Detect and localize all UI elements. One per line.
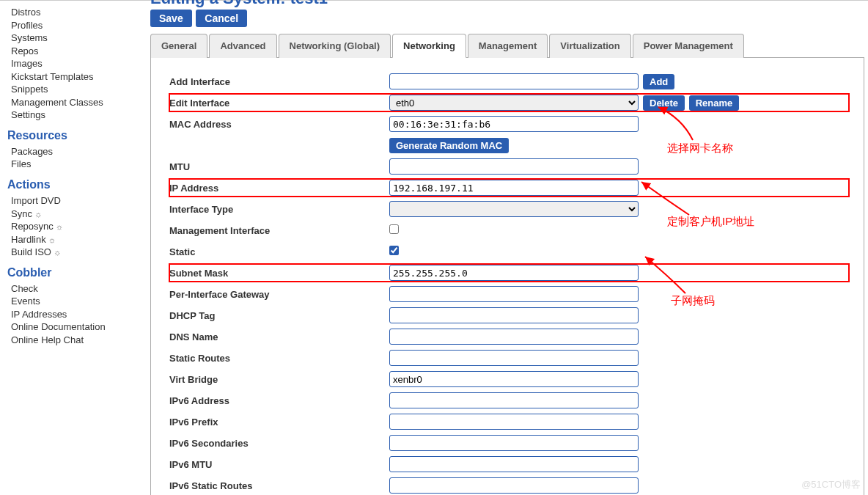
ip-address-row: IP Address bbox=[169, 179, 849, 197]
mtu-label: MTU bbox=[169, 161, 389, 172]
mac-address-input[interactable] bbox=[389, 116, 639, 132]
sidebar-heading-resources: Resources bbox=[7, 129, 147, 142]
sidebar: Distros Profiles Systems Repos Images Ki… bbox=[0, 2, 147, 495]
virt-bridge-input[interactable] bbox=[389, 371, 639, 387]
sidebar-item-import-dvd[interactable]: Import DVD bbox=[11, 194, 147, 208]
ipv6-static-routes-input[interactable] bbox=[389, 477, 639, 494]
sidebar-item-events[interactable]: Events bbox=[11, 295, 147, 308]
form-area: Add Interface Add Edit Interface eth0 De… bbox=[150, 58, 864, 495]
generate-random-mac-button[interactable]: Generate Random MAC bbox=[389, 138, 509, 153]
subnet-mask-label: Subnet Mask bbox=[169, 268, 389, 279]
static-label: Static bbox=[169, 246, 389, 257]
sidebar-config-group: Distros Profiles Systems Repos Images Ki… bbox=[11, 6, 147, 122]
ip-address-input[interactable] bbox=[389, 180, 639, 196]
management-interface-label: Management Interface bbox=[169, 225, 389, 236]
static-routes-label: Static Routes bbox=[169, 353, 389, 364]
main-content: Editing a System: test1 Save Cancel Gene… bbox=[147, 2, 868, 495]
sidebar-item-distros[interactable]: Distros bbox=[11, 6, 147, 19]
add-interface-input[interactable] bbox=[389, 73, 639, 89]
dns-name-label: DNS Name bbox=[169, 331, 389, 342]
edit-interface-label: Edit Interface bbox=[169, 98, 389, 109]
annotation-select-nic: 选择网卡名称 bbox=[667, 142, 733, 155]
sidebar-item-online-help-chat[interactable]: Online Help Chat bbox=[11, 334, 147, 347]
subnet-mask-row: Subnet Mask bbox=[169, 264, 849, 282]
save-button[interactable]: Save bbox=[150, 10, 192, 27]
sidebar-item-ip-addresses[interactable]: IP Addresses bbox=[11, 308, 147, 321]
add-interface-label: Add Interface bbox=[169, 76, 389, 87]
subnet-mask-input[interactable] bbox=[389, 265, 639, 281]
sidebar-item-kickstart-templates[interactable]: Kickstart Templates bbox=[11, 70, 147, 84]
annotation-subnet-mask: 子网掩码 bbox=[671, 294, 715, 308]
virt-bridge-label: Virt Bridge bbox=[169, 374, 389, 385]
sidebar-item-settings[interactable]: Settings bbox=[11, 109, 147, 122]
interface-type-select[interactable] bbox=[389, 201, 639, 217]
static-checkbox[interactable] bbox=[389, 246, 399, 255]
tab-virtualization[interactable]: Virtualization bbox=[549, 34, 630, 58]
ipv6-address-label: IPv6 Address bbox=[169, 395, 389, 406]
ipv6-mtu-label: IPv6 MTU bbox=[169, 459, 389, 470]
ip-address-label: IP Address bbox=[169, 183, 389, 194]
sidebar-item-snippets[interactable]: Snippets bbox=[11, 83, 147, 96]
tab-power-management[interactable]: Power Management bbox=[633, 34, 744, 58]
tab-general[interactable]: General bbox=[150, 34, 207, 58]
sidebar-item-check[interactable]: Check bbox=[11, 282, 147, 296]
delete-button[interactable]: Delete bbox=[643, 95, 685, 111]
sidebar-item-files[interactable]: Files bbox=[11, 158, 147, 171]
sidebar-item-reposync[interactable]: Reposync bbox=[11, 220, 147, 233]
rename-button[interactable]: Rename bbox=[689, 95, 740, 111]
ipv6-address-input[interactable] bbox=[389, 392, 639, 408]
sidebar-heading-cobbler: Cobbler bbox=[7, 266, 147, 279]
sidebar-item-systems[interactable]: Systems bbox=[11, 32, 147, 45]
sidebar-item-sync[interactable]: Sync bbox=[11, 208, 147, 221]
tab-management[interactable]: Management bbox=[468, 34, 548, 58]
interface-type-label: Interface Type bbox=[169, 204, 389, 215]
page-title: Editing a System: test1 bbox=[150, 0, 864, 8]
ipv6-prefix-label: IPv6 Prefix bbox=[169, 417, 389, 428]
tabs: General Advanced Networking (Global) Net… bbox=[150, 33, 864, 58]
edit-interface-select[interactable]: eth0 bbox=[389, 95, 639, 111]
dhcp-tag-input[interactable] bbox=[389, 307, 639, 323]
per-interface-gateway-label: Per-Interface Gateway bbox=[169, 289, 389, 300]
add-button[interactable]: Add bbox=[643, 74, 674, 89]
ipv6-prefix-input[interactable] bbox=[389, 414, 639, 430]
tab-advanced[interactable]: Advanced bbox=[209, 34, 276, 58]
per-interface-gateway-input[interactable] bbox=[389, 286, 639, 302]
sidebar-item-build-iso[interactable]: Build ISO bbox=[11, 246, 147, 259]
mac-address-label: MAC Address bbox=[169, 119, 389, 130]
ipv6-mtu-input[interactable] bbox=[389, 456, 639, 472]
sidebar-heading-actions: Actions bbox=[7, 178, 147, 191]
mtu-input[interactable] bbox=[389, 158, 639, 175]
sidebar-item-management-classes[interactable]: Management Classes bbox=[11, 96, 147, 109]
tab-networking-global[interactable]: Networking (Global) bbox=[279, 34, 391, 58]
ipv6-static-routes-label: IPv6 Static Routes bbox=[169, 480, 389, 491]
tab-networking[interactable]: Networking bbox=[392, 34, 466, 58]
static-routes-input[interactable] bbox=[389, 350, 639, 366]
dns-name-input[interactable] bbox=[389, 329, 639, 345]
sidebar-item-hardlink[interactable]: Hardlink bbox=[11, 233, 147, 246]
ipv6-secondaries-label: IPv6 Secondaries bbox=[169, 438, 389, 449]
dhcp-tag-label: DHCP Tag bbox=[169, 310, 389, 321]
sidebar-item-repos[interactable]: Repos bbox=[11, 45, 147, 58]
watermark: @51CTO博客 bbox=[801, 478, 861, 491]
edit-interface-row: Edit Interface eth0 Delete Rename bbox=[169, 94, 849, 111]
sidebar-item-profiles[interactable]: Profiles bbox=[11, 19, 147, 32]
ipv6-secondaries-input[interactable] bbox=[389, 435, 639, 451]
sidebar-item-packages[interactable]: Packages bbox=[11, 145, 147, 158]
annotation-custom-ip: 定制客户机IP地址 bbox=[667, 215, 754, 229]
management-interface-checkbox[interactable] bbox=[389, 224, 399, 234]
sidebar-item-images[interactable]: Images bbox=[11, 57, 147, 70]
cancel-button[interactable]: Cancel bbox=[196, 10, 247, 27]
sidebar-item-online-documentation[interactable]: Online Documentation bbox=[11, 320, 147, 334]
